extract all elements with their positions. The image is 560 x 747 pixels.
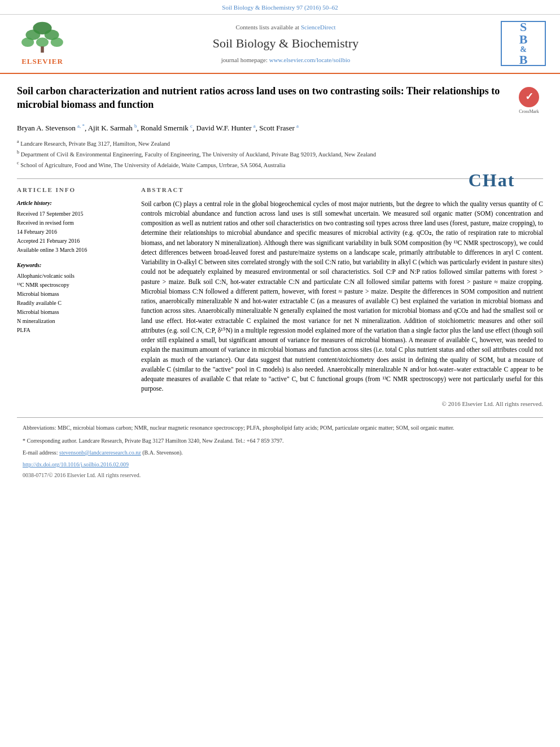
science-direct-line: Contents lists available at ScienceDirec… xyxy=(79,23,492,32)
issn-line: 0038-0717/© 2016 Elsevier Ltd. All right… xyxy=(23,471,537,479)
keyword-4: Microbial biomass xyxy=(17,308,130,317)
copyright-notice: © 2016 Elsevier Ltd. All rights reserved… xyxy=(141,400,543,408)
header-divider xyxy=(17,178,543,179)
keyword-2: Microbial biomass xyxy=(17,290,130,299)
article-title: Soil carbon characterization and nutrien… xyxy=(17,84,506,112)
crossmark-logo: ✓ CrossMark xyxy=(515,87,543,115)
history-accepted: Accepted 21 February 2016 xyxy=(17,237,130,246)
abstract-column: ABSTRACT Soil carbon (C) plays a central… xyxy=(141,186,543,408)
footer-content: Abbreviations: MBC, microbial biomass ca… xyxy=(17,423,543,479)
footer-divider xyxy=(17,417,543,418)
svg-point-3 xyxy=(21,38,34,47)
doi-anchor[interactable]: http://dx.doi.org/10.1016/j.soilbio.2016… xyxy=(23,461,129,468)
svg-point-5 xyxy=(51,38,63,47)
svg-rect-6 xyxy=(41,47,44,53)
affiliation-b: b Department of Civil & Environmental En… xyxy=(17,149,543,159)
affiliation-c: c School of Agriculture, Food and Wine, … xyxy=(17,160,543,169)
email-suffix: (B.A. Stevenson). xyxy=(142,449,183,456)
corresponding-author: * Corresponding author. Landcare Researc… xyxy=(23,436,537,445)
journal-reference-bar: Soil Biology & Biochemistry 97 (2016) 50… xyxy=(0,0,560,15)
history-label: Article history: xyxy=(17,199,130,207)
journal-homepage-line: journal homepage: www.elsevier.com/locat… xyxy=(79,56,492,64)
crossmark-icon: ✓ xyxy=(519,87,539,107)
email-link[interactable]: stevensonb@landcareresearch.co.nz xyxy=(59,449,141,456)
logo-b2: B xyxy=(519,54,528,66)
article-title-section: Soil carbon characterization and nutrien… xyxy=(17,84,543,115)
history-revised-label: Received in revised form xyxy=(17,219,130,228)
elsevier-label: ELSEVIER xyxy=(21,56,63,67)
email-label: E-mail address: xyxy=(23,449,58,456)
affiliation-a: a Landcare Research, Private Bag 3127, H… xyxy=(17,138,543,148)
keywords-label: Keywords: xyxy=(17,261,130,269)
affiliations: a Landcare Research, Private Bag 3127, H… xyxy=(17,138,543,170)
page: Soil Biology & Biochemistry 97 (2016) 50… xyxy=(0,0,560,747)
journal-name: Soil Biology & Biochemistry xyxy=(79,35,492,53)
logo-b: B xyxy=(519,33,528,46)
article-history: Article history: Received 17 September 2… xyxy=(17,199,130,255)
homepage-label: journal homepage: xyxy=(221,56,268,63)
doi-link: http://dx.doi.org/10.1016/j.soilbio.2016… xyxy=(23,460,537,469)
abbreviations: Abbreviations: MBC, microbial biomass ca… xyxy=(23,423,537,432)
logo-s: S xyxy=(520,21,527,33)
journal-header: ELSEVIER Contents lists available at Sci… xyxy=(0,15,560,73)
article-info-column: ARTICLE INFO Article history: Received 1… xyxy=(17,186,130,408)
keyword-0: Allophanic/volcanic soils xyxy=(17,272,130,281)
science-direct-link[interactable]: ScienceDirect xyxy=(301,24,336,30)
main-content: Soil carbon characterization and nutrien… xyxy=(0,74,560,491)
keyword-1: ¹³C NMR spectroscopy xyxy=(17,281,130,290)
article-info-title: ARTICLE INFO xyxy=(17,186,130,194)
journal-logo-right: S B & B xyxy=(498,21,549,66)
abstract-paragraph: Soil carbon (C) plays a central role in … xyxy=(141,199,543,394)
history-revised-date: 14 February 2016 xyxy=(17,228,130,237)
abstract-text: Soil carbon (C) plays a central role in … xyxy=(141,199,543,394)
history-received: Received 17 September 2015 xyxy=(17,209,130,219)
contents-text: Contents lists available at xyxy=(235,24,299,30)
keyword-5: N mineralization xyxy=(17,317,130,326)
journal-logo-box: S B & B xyxy=(501,21,546,66)
svg-point-4 xyxy=(36,38,49,47)
homepage-link[interactable]: www.elsevier.com/locate/soilbio xyxy=(269,56,350,63)
crossmark-label: CrossMark xyxy=(519,108,539,115)
elsevier-tree-icon xyxy=(20,20,65,54)
two-column-layout: ARTICLE INFO Article history: Received 1… xyxy=(17,186,543,408)
email-line: E-mail address: stevensonb@landcareresea… xyxy=(23,448,537,457)
keyword-3: Readily available C xyxy=(17,299,130,308)
journal-ref-text: Soil Biology & Biochemistry 97 (2016) 50… xyxy=(222,4,338,11)
abstract-title: ABSTRACT xyxy=(141,186,543,194)
keyword-6: PLFA xyxy=(17,326,130,335)
authors-line: Bryan A. Stevenson a, *, Ajit K. Sarmah … xyxy=(17,123,543,134)
history-online: Available online 3 March 2016 xyxy=(17,246,130,255)
elsevier-logo: ELSEVIER xyxy=(11,20,73,67)
journal-center-info: Contents lists available at ScienceDirec… xyxy=(73,23,498,65)
keywords-section: Keywords: Allophanic/volcanic soils ¹³C … xyxy=(17,261,130,335)
